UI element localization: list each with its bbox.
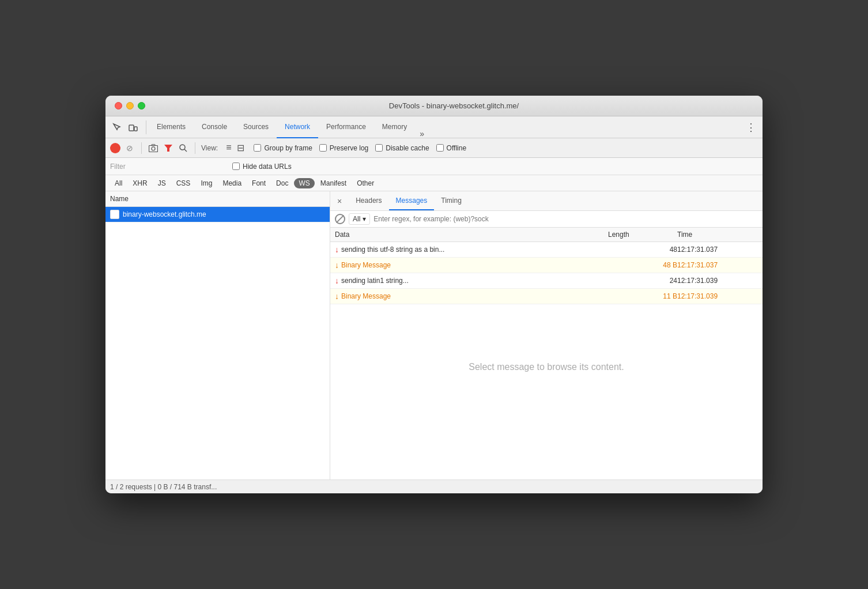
large-view-icon[interactable]: ⊟ — [235, 141, 247, 154]
offline-label[interactable]: Offline — [447, 144, 466, 152]
filter-manifest[interactable]: Manifest — [316, 178, 351, 188]
message-row[interactable]: ↓ sending this utf-8 string as a bin... … — [330, 242, 763, 258]
filter-xhr[interactable]: XHR — [128, 178, 152, 188]
tab-network[interactable]: Network — [277, 116, 318, 138]
svg-point-6 — [180, 145, 185, 150]
tab-headers[interactable]: Headers — [349, 191, 388, 210]
view-label: View: — [201, 144, 218, 152]
svg-rect-2 — [149, 145, 158, 152]
message-length: 48 B — [608, 261, 677, 269]
hide-data-urls-group: Hide data URLs — [232, 163, 292, 171]
view-icons: ≡ ⊟ — [224, 141, 247, 154]
hide-data-urls-label[interactable]: Hide data URLs — [243, 163, 292, 171]
message-length: 24 — [608, 277, 677, 285]
message-time: 12:17:31.037 — [677, 246, 758, 254]
tab-elements[interactable]: Elements — [149, 116, 194, 138]
message-text: sending latin1 string... — [341, 277, 409, 285]
search-icon[interactable] — [178, 142, 189, 154]
group-by-frame-checkbox-group: Group by frame — [254, 144, 312, 152]
title-bar: DevTools - binary-websocket.glitch.me/ — [105, 96, 763, 116]
status-bar: 1 / 2 requests | 0 B / 714 B transf... — [105, 479, 763, 493]
more-tabs-button[interactable]: » — [415, 129, 429, 138]
message-text: sending this utf-8 string as a bin... — [341, 246, 444, 254]
device-toggle-icon[interactable] — [126, 120, 140, 134]
message-row[interactable]: ↓ Binary Message 11 B 12:17:31.039 — [330, 289, 763, 304]
preserve-log-label[interactable]: Preserve log — [330, 144, 368, 152]
messages-filter-select[interactable]: All ▾ — [349, 213, 370, 225]
filter-other[interactable]: Other — [352, 178, 379, 188]
message-time: 12:17:31.039 — [677, 292, 758, 300]
clear-icon[interactable]: ⊘ — [124, 142, 135, 154]
request-item[interactable]: binary-websocket.glitch.me — [105, 207, 330, 222]
disable-cache-checkbox[interactable] — [375, 144, 383, 152]
request-icon — [110, 210, 119, 219]
offline-checkbox-group: Offline — [436, 144, 466, 152]
devtools-window: DevTools - binary-websocket.glitch.me/ E… — [105, 96, 763, 493]
data-column-header: Data — [335, 231, 608, 239]
preserve-log-checkbox[interactable] — [319, 144, 327, 152]
filter-img[interactable]: Img — [196, 178, 217, 188]
divider2 — [195, 142, 195, 154]
arrow-icon: ↓ — [335, 245, 339, 254]
left-panel: Name binary-websocket.glitch.me — [105, 191, 330, 479]
tab-sources[interactable]: Sources — [235, 116, 277, 138]
hide-data-urls-checkbox[interactable] — [232, 163, 240, 170]
tab-console[interactable]: Console — [194, 116, 235, 138]
message-text: Binary Message — [341, 261, 391, 269]
request-name: binary-websocket.glitch.me — [123, 210, 206, 218]
messages-filter-label: All — [353, 215, 360, 223]
filter-doc[interactable]: Doc — [271, 178, 293, 188]
svg-rect-4 — [152, 144, 155, 146]
main-content: Name binary-websocket.glitch.me × Header… — [105, 191, 763, 479]
svg-point-3 — [152, 147, 155, 150]
message-data: ↓ sending latin1 string... — [335, 276, 608, 285]
inspect-icon[interactable] — [110, 120, 124, 134]
message-data: ↓ Binary Message — [335, 260, 608, 270]
tab-memory[interactable]: Memory — [374, 116, 415, 138]
messages-search-input[interactable] — [373, 215, 758, 223]
filter-font[interactable]: Font — [247, 178, 270, 188]
message-row[interactable]: ↓ sending latin1 string... 24 12:17:31.0… — [330, 273, 763, 289]
message-data: ↓ Binary Message — [335, 292, 608, 301]
arrow-icon: ↓ — [335, 276, 339, 285]
message-row[interactable]: ↓ Binary Message 48 B 12:17:31.037 — [330, 258, 763, 273]
devtools-toolbar: Elements Console Sources Network Perform… — [105, 116, 763, 138]
svg-marker-5 — [164, 145, 172, 152]
svg-rect-0 — [129, 125, 134, 131]
group-by-frame-checkbox[interactable] — [254, 144, 261, 152]
filter-ws[interactable]: WS — [294, 178, 314, 188]
offline-checkbox[interactable] — [436, 144, 444, 152]
request-list: binary-websocket.glitch.me — [105, 207, 330, 479]
maximize-button[interactable] — [138, 102, 145, 110]
capture-screenshots-icon[interactable] — [148, 142, 159, 154]
filter-js[interactable]: JS — [153, 178, 171, 188]
message-time: 12:17:31.039 — [677, 277, 758, 285]
time-column-header: Time — [677, 231, 758, 239]
minimize-button[interactable] — [126, 102, 134, 110]
right-panel: × Headers Messages Timing All ▾ Data Len… — [330, 191, 763, 479]
filter-css[interactable]: CSS — [172, 178, 195, 188]
message-length: 48 — [608, 246, 677, 254]
group-by-frame-label[interactable]: Group by frame — [264, 144, 312, 152]
disable-cache-label[interactable]: Disable cache — [386, 144, 429, 152]
filter-icon[interactable] — [163, 142, 174, 154]
close-button[interactable] — [115, 102, 122, 110]
message-length: 11 B — [608, 292, 677, 300]
tab-timing[interactable]: Timing — [434, 191, 469, 210]
list-view-icon[interactable]: ≡ — [224, 141, 233, 154]
tab-messages[interactable]: Messages — [389, 191, 435, 210]
filter-media[interactable]: Media — [218, 178, 246, 188]
message-text: Binary Message — [341, 292, 391, 300]
messages-table: Data Length Time ↓ sending this utf-8 st… — [330, 228, 763, 479]
filter-all[interactable]: All — [110, 178, 127, 188]
arrow-icon: ↓ — [335, 292, 339, 301]
block-icon — [335, 214, 345, 224]
empty-message: Select message to browse its content. — [342, 339, 751, 395]
close-detail-button[interactable]: × — [335, 195, 344, 207]
filter-type-bar: All XHR JS CSS Img Media Font Doc WS Man… — [105, 175, 763, 191]
filter-input[interactable] — [110, 163, 225, 171]
settings-icon[interactable]: ⋮ — [744, 120, 758, 134]
message-data: ↓ sending this utf-8 string as a bin... — [335, 245, 608, 254]
record-button[interactable] — [110, 143, 120, 153]
tab-performance[interactable]: Performance — [318, 116, 374, 138]
